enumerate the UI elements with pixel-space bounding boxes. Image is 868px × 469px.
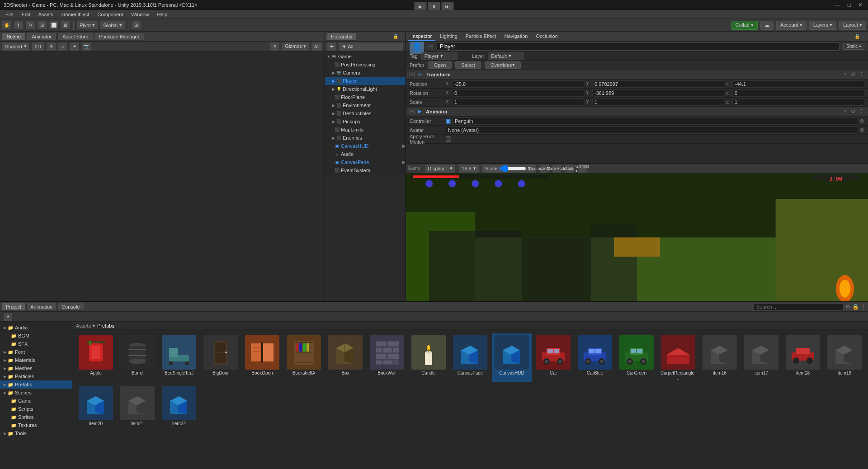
prefab-open-btn[interactable]: Open <box>428 61 452 69</box>
shading-dropdown[interactable]: Shaded ▾ <box>2 42 30 51</box>
asset-carpet[interactable]: CarpetRectangle... <box>658 333 698 382</box>
folder-meshes[interactable]: ▶ 📁 Meshes <box>0 364 72 372</box>
folder-sfx[interactable]: 📁 SFX <box>0 340 72 348</box>
asset-canvasfade[interactable]: CanvasFade <box>450 333 490 382</box>
asset-bookopen[interactable]: BookOpen <box>242 333 282 382</box>
asset-bookshelf[interactable]: BookshelfA <box>284 333 324 382</box>
object-enable-checkbox[interactable] <box>428 44 433 49</box>
asset-apple[interactable]: Apple <box>76 333 116 382</box>
proj-more-icon[interactable]: ⋮ <box>861 304 866 310</box>
asset-canvashud[interactable]: CanvasHUD <box>492 333 532 382</box>
transform-help-icon[interactable]: ? <box>842 71 848 78</box>
hier-item-canvashud[interactable]: ▣ CanvasHUD ▶ <box>325 142 406 150</box>
hierarchy-tab[interactable]: Hierarchy <box>327 33 356 41</box>
avatar-value-field[interactable] <box>446 127 858 134</box>
menu-help[interactable]: Help <box>153 11 171 18</box>
animator-more-icon[interactable]: ⋮ <box>858 108 864 115</box>
asset-item-17[interactable]: item17 <box>741 333 781 382</box>
object-name-field[interactable] <box>437 42 840 51</box>
folder-materials[interactable]: ▶ 📁 Materials <box>0 356 72 364</box>
folder-bgm[interactable]: 📁 BGM <box>0 332 72 340</box>
animator-help-icon[interactable]: ? <box>842 108 848 115</box>
scale-z-field[interactable] <box>732 98 864 106</box>
hier-item-enemies[interactable]: ▶ ⬛ Enemies <box>325 134 406 142</box>
folder-scenes[interactable]: ▶ 📁 Scenes <box>0 389 72 397</box>
pos-z-field[interactable] <box>732 80 864 88</box>
scene-camera-btn[interactable]: 📷 <box>81 42 91 51</box>
animator-enable-cb[interactable] <box>410 109 415 114</box>
play-button[interactable]: ▶ <box>414 2 427 11</box>
tab-console[interactable]: Console <box>57 303 84 311</box>
static-badge[interactable]: Static ▾ <box>843 43 864 50</box>
transform-enable-cb[interactable] <box>410 72 415 77</box>
asset-car[interactable]: Car <box>533 333 573 382</box>
scene-light-btn[interactable]: ☀ <box>46 42 56 51</box>
scene-x-btn[interactable]: ✕ <box>270 42 280 51</box>
inspector-lock-icon[interactable]: 🔒 <box>854 34 860 39</box>
rot-x-field[interactable] <box>452 89 584 97</box>
hier-item-floorplane[interactable]: ⬛ FloorPlane <box>325 93 406 101</box>
proj-settings-icon[interactable]: ⚙ <box>845 304 850 310</box>
collab-button[interactable]: Collab ▾ <box>731 21 758 30</box>
layer-dropdown[interactable]: Default ▾ <box>488 52 524 60</box>
menu-window[interactable]: Window <box>127 11 152 18</box>
tab-asset-store[interactable]: Asset Store <box>57 33 93 41</box>
folder-sprites[interactable]: 📁 Sprites <box>0 413 72 421</box>
cloud-button[interactable]: ☁ <box>760 21 774 30</box>
avatar-picker-icon[interactable]: ◎ <box>860 127 864 133</box>
tab-project[interactable]: Project <box>2 303 25 311</box>
menu-edit[interactable]: Edit <box>18 11 34 18</box>
hier-item-pickups[interactable]: ▶ ⬛ Pickups <box>325 117 406 126</box>
hierarchy-add-btn[interactable]: + <box>327 42 337 51</box>
transform-more-icon[interactable]: ⋮ <box>858 71 864 78</box>
folder-prefabs[interactable]: ▶ 📁 Prefabs <box>0 380 72 389</box>
hier-item-player[interactable]: ▶ ⬛ Player <box>325 77 406 85</box>
pos-y-field[interactable] <box>592 80 724 88</box>
scale-slider[interactable] <box>499 165 526 172</box>
tab-occlusion[interactable]: Occlusion <box>532 33 561 41</box>
view-2d-btn[interactable]: 2D <box>32 42 44 51</box>
asset-item-18[interactable]: item18 <box>783 333 823 382</box>
animator-settings-icon[interactable]: ⚙ <box>850 108 856 115</box>
tab-navigation[interactable]: Navigation <box>500 33 531 41</box>
gizmos-dropdown[interactable]: Gizmos ▾ <box>282 42 309 51</box>
hier-item-maplimits[interactable]: ⬛ MapLimits <box>325 126 406 134</box>
create-btn[interactable]: + <box>4 312 13 321</box>
tab-lighting[interactable]: Lighting <box>436 33 461 41</box>
asset-candle[interactable]: Candle <box>409 333 448 382</box>
folder-particles[interactable]: ▶ 📁 Particles <box>0 372 72 380</box>
hier-item-canvasfade[interactable]: ▣ CanvasFade ▶ <box>325 158 406 166</box>
asset-item-22[interactable]: item22 <box>159 384 199 428</box>
hier-item-eventsystem[interactable]: ⬛ EventSystem <box>325 166 406 174</box>
scene-fx-btn[interactable]: ✦ <box>70 42 80 51</box>
pos-x-field[interactable] <box>452 80 584 88</box>
mute-audio-btn[interactable]: Mute Audio <box>552 164 562 173</box>
asset-carblue[interactable]: CarBlue <box>575 333 615 382</box>
step-button[interactable]: ⏭ <box>441 2 454 11</box>
rot-y-field[interactable] <box>592 89 724 97</box>
proj-lock-icon[interactable]: 🔒 <box>852 304 859 310</box>
move-tool-btn[interactable]: ✛ <box>14 21 24 30</box>
asset-box[interactable]: Box <box>326 333 365 382</box>
tab-animator[interactable]: Animator <box>27 33 57 41</box>
folder-audio[interactable]: ▶ 📁 Audio <box>0 324 72 332</box>
hand-tool-btn[interactable]: ✋ <box>2 21 12 30</box>
tab-particle[interactable]: Particle Effect <box>462 33 500 41</box>
scale-y-field[interactable] <box>592 98 724 106</box>
inspector-more-icon[interactable]: ⋮ <box>862 34 866 39</box>
rotate-tool-btn[interactable]: ↻ <box>25 21 35 30</box>
aspect-dropdown[interactable]: 16:9 ▾ <box>458 164 479 173</box>
asset-bed[interactable]: BedSingleTeal <box>159 333 199 382</box>
close-btn[interactable]: ✕ <box>856 2 864 8</box>
hier-item-camera[interactable]: ▶ 📷 Camera <box>325 69 406 77</box>
stats-btn[interactable]: Stats <box>565 164 575 173</box>
hier-item-dirlight[interactable]: ▶ 💡 DirectionalLight <box>325 85 406 93</box>
transform-settings-icon[interactable]: ⚙ <box>850 71 856 78</box>
scene-audio-btn[interactable]: ♪ <box>58 42 68 51</box>
rect-tool-btn[interactable]: ⬜ <box>49 21 59 30</box>
maximize-btn[interactable]: □ <box>846 2 853 8</box>
apply-root-cb[interactable] <box>446 136 451 142</box>
folder-tools[interactable]: ▶ 📁 Tools <box>0 429 72 437</box>
layers-button[interactable]: Layers ▾ <box>809 21 836 30</box>
minimize-btn[interactable]: — <box>833 2 842 8</box>
